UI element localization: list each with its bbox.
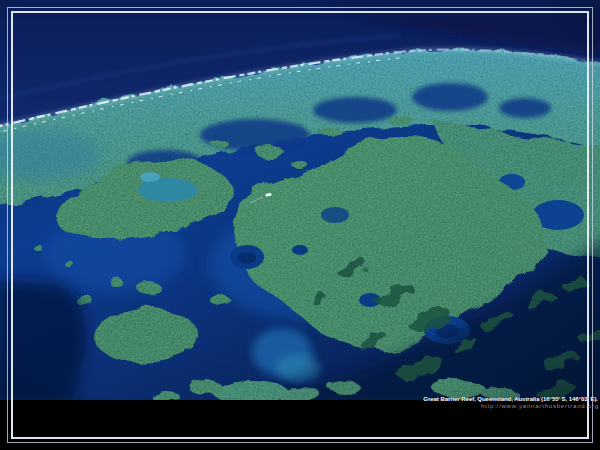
caption-url: http://www.yannarthusbertrand.org [423, 403, 599, 410]
wallpaper: Great Barrier Reef, Queensland, Australi… [0, 0, 600, 450]
photo-caption: Great Barrier Reef, Queensland, Australi… [423, 396, 598, 410]
vignette [0, 0, 600, 400]
reef-aerial-photo [0, 0, 600, 400]
caption-location: Great Barrier Reef, Queensland, Australi… [423, 396, 598, 403]
